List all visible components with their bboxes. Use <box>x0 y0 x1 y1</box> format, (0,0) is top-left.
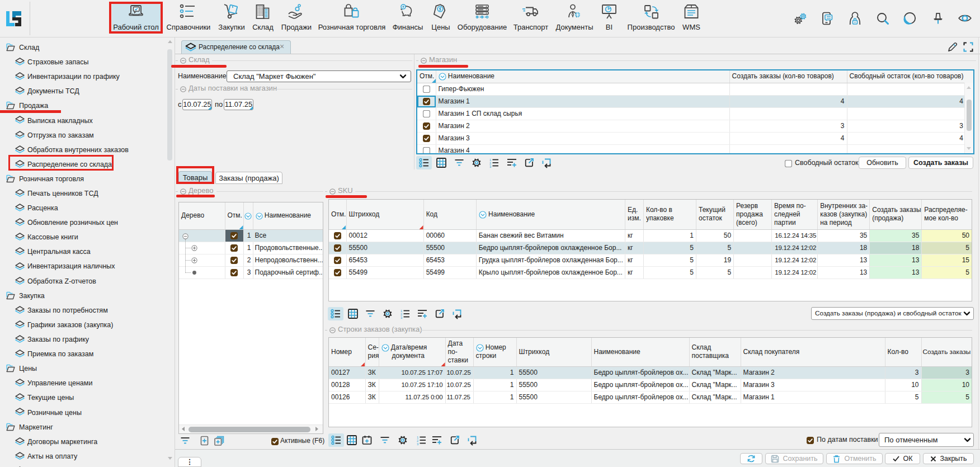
svg-text:3: 3 <box>489 165 491 168</box>
svg-text:3: 3 <box>401 316 402 319</box>
svg-text:3: 3 <box>417 442 418 446</box>
